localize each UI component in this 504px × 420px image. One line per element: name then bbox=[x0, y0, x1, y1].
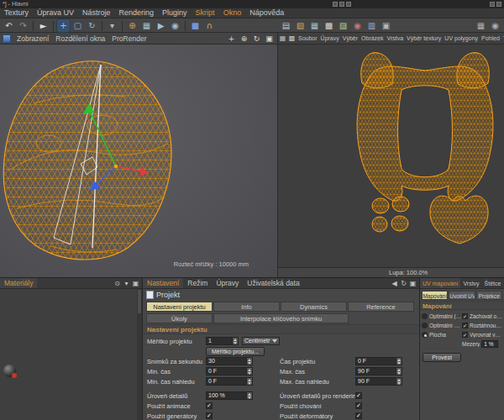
menubar-item[interactable]: Skript bbox=[192, 8, 219, 18]
checkbox[interactable]: ✓ bbox=[462, 332, 468, 338]
materials-scrollbar[interactable] bbox=[137, 289, 142, 420]
checkbox[interactable]: ✓ bbox=[355, 402, 362, 409]
zoom-view-icon[interactable]: ⊕ bbox=[239, 34, 249, 44]
material-thumbnail[interactable] bbox=[3, 365, 16, 377]
menubar-item[interactable]: Textury bbox=[0, 8, 33, 18]
uv-point-mode-icon[interactable]: ▤ bbox=[280, 19, 292, 32]
stepper-up-icon[interactable] bbox=[248, 379, 251, 381]
checkbox[interactable]: ✓ bbox=[355, 392, 362, 399]
checkbox[interactable]: ✓ bbox=[206, 402, 213, 409]
stepper-buttons[interactable] bbox=[246, 367, 253, 375]
stepper-buttons[interactable] bbox=[246, 377, 253, 386]
pan-view-icon[interactable]: + bbox=[226, 34, 237, 44]
add-cube-icon[interactable]: ■ bbox=[189, 19, 202, 32]
checkbox[interactable]: ✓ bbox=[355, 412, 362, 419]
stepper-down-icon[interactable] bbox=[397, 382, 401, 385]
attributes-tab[interactable]: Nastavení projektu bbox=[146, 302, 213, 312]
stepper-up-icon[interactable] bbox=[234, 339, 237, 341]
minimize-icon[interactable] bbox=[490, 2, 495, 7]
radio-button[interactable] bbox=[422, 332, 428, 338]
coordinate-system-icon[interactable]: ⊕ bbox=[126, 19, 139, 32]
mirror-tool-icon[interactable]: ▥ bbox=[365, 19, 378, 32]
move-tool-icon[interactable]: + bbox=[57, 19, 70, 32]
uv-panel-tab[interactable]: UV mapování bbox=[420, 278, 460, 289]
uv-editor-menu-item[interactable]: Výběr bbox=[341, 35, 360, 41]
stepper-up-icon[interactable] bbox=[248, 393, 251, 396]
uv-subtab[interactable]: Mapování bbox=[422, 291, 448, 300]
attributes-tab[interactable]: Nastavení bbox=[143, 278, 183, 289]
live-selection-icon[interactable]: ► bbox=[37, 19, 50, 32]
uv-texture-toggle-icon[interactable]: ▩ bbox=[287, 34, 297, 43]
render-view-icon[interactable]: ▦ bbox=[140, 19, 153, 32]
stepper-up-icon[interactable] bbox=[397, 369, 401, 371]
attributes-menu-item[interactable]: Úpravy bbox=[212, 278, 243, 289]
uv-subtab[interactable]: Projekce bbox=[476, 291, 502, 300]
last-used-tool-icon[interactable]: ▾ bbox=[106, 19, 118, 32]
attributes-tab[interactable]: Interpolace klíčového snímku bbox=[213, 313, 349, 323]
scale-tool-icon[interactable]: ▢ bbox=[71, 19, 84, 32]
view-icon[interactable] bbox=[3, 34, 11, 43]
stepper-down-icon[interactable] bbox=[397, 372, 401, 375]
stepper-up-icon[interactable] bbox=[397, 379, 401, 381]
rotate-tool-icon[interactable]: ↻ bbox=[86, 19, 98, 32]
project-scale-button[interactable]: Měřítko projektu... bbox=[206, 347, 265, 356]
stepper-buttons[interactable] bbox=[246, 357, 253, 365]
menubar-item[interactable]: Rendering bbox=[115, 8, 159, 18]
magnet-tool-icon[interactable]: ◉ bbox=[351, 19, 364, 32]
uv-option[interactable]: Optimální (kubické) bbox=[422, 312, 462, 321]
back-icon[interactable]: ◀ bbox=[390, 279, 399, 288]
paint-layer-icon[interactable]: ▨ bbox=[337, 19, 349, 32]
uv-option[interactable]: ✓Zachovat orientaci bbox=[462, 312, 502, 321]
uv-checker-texture-icon[interactable]: ▩ bbox=[323, 19, 335, 32]
uv-grid-toggle-icon[interactable]: ▦ bbox=[278, 34, 287, 43]
uv-option[interactable]: Optimální úhlová bbox=[422, 321, 462, 330]
apply-button[interactable]: Provést bbox=[423, 353, 461, 362]
uv-polygon-mode-icon[interactable]: ▧ bbox=[294, 19, 307, 32]
uv-settings-icon[interactable]: ▣ bbox=[380, 19, 392, 32]
checkbox[interactable]: ✓ bbox=[462, 323, 468, 328]
attributes-menu-item[interactable]: Režim bbox=[183, 278, 212, 289]
dock-icon[interactable] bbox=[346, 2, 351, 7]
panel-menu-icon[interactable]: ▣ bbox=[131, 279, 140, 288]
value-spinner[interactable]: 0 F bbox=[355, 357, 402, 365]
stepper-buttons[interactable] bbox=[396, 367, 402, 375]
maximize-icon[interactable] bbox=[496, 2, 501, 7]
unit-dropdown[interactable]: Centimetr bbox=[242, 337, 280, 345]
uv-editor-menu-item[interactable]: Úpravy bbox=[319, 35, 341, 41]
materials-tab[interactable]: Materiály bbox=[0, 278, 37, 289]
stepper-down-icon[interactable] bbox=[248, 362, 251, 365]
attributes-tab[interactable]: Dynamics bbox=[281, 302, 347, 312]
uv-option[interactable]: ✓Vyrovnat velikost ostrovů bbox=[462, 330, 502, 339]
uv-option[interactable]: Plocha bbox=[422, 330, 462, 339]
checkbox[interactable]: ✓ bbox=[206, 412, 213, 419]
menubar-item[interactable]: Úprava UV bbox=[33, 8, 78, 18]
uv-panel-tab[interactable]: Vrstvy bbox=[460, 278, 481, 289]
render-settings-icon[interactable]: ◉ bbox=[169, 19, 181, 32]
stepper-up-icon[interactable] bbox=[397, 359, 401, 361]
stepper-down-icon[interactable] bbox=[248, 396, 251, 399]
attributes-tab[interactable]: Reference bbox=[348, 302, 414, 312]
stepper-down-icon[interactable] bbox=[248, 382, 251, 385]
radio-button[interactable] bbox=[422, 313, 428, 319]
value-spinner[interactable]: 0 F bbox=[206, 377, 253, 386]
viewport-menu-item[interactable]: Rozdělení okna bbox=[52, 34, 108, 43]
history-icon[interactable]: ↻ bbox=[399, 279, 408, 288]
uv-editor-menu-item[interactable]: Obrázek bbox=[360, 35, 385, 41]
viewport-menu-item[interactable]: ProRender bbox=[108, 34, 150, 43]
uv-mesh-toggle-icon[interactable]: ▦ bbox=[308, 19, 321, 32]
value-spinner[interactable]: 90 F bbox=[355, 367, 402, 375]
wireframe-head[interactable] bbox=[3, 61, 171, 260]
undo-icon[interactable]: ↶ bbox=[3, 19, 15, 32]
project-scale-spinner[interactable]: 1 bbox=[206, 337, 239, 345]
filter-icon[interactable]: ▾ bbox=[122, 279, 131, 288]
uv-editor-menu-item[interactable]: Soubor bbox=[297, 35, 319, 41]
uv-subtab[interactable]: Uvolnit UV bbox=[449, 291, 475, 300]
stepper-up-icon[interactable] bbox=[248, 359, 251, 361]
uv-panel-tab[interactable]: Štětce bbox=[482, 278, 504, 289]
menubar-item[interactable]: Nástroje bbox=[78, 8, 115, 18]
3d-viewport[interactable]: Rozteč mřížky : 10000 mm bbox=[0, 45, 277, 277]
radio-button[interactable] bbox=[422, 323, 428, 328]
value-spinner[interactable]: 90 F bbox=[355, 377, 402, 386]
render-picture-viewer-icon[interactable]: ▶ bbox=[155, 19, 167, 32]
viewport-menu-item[interactable]: Zobrazení bbox=[13, 34, 52, 43]
